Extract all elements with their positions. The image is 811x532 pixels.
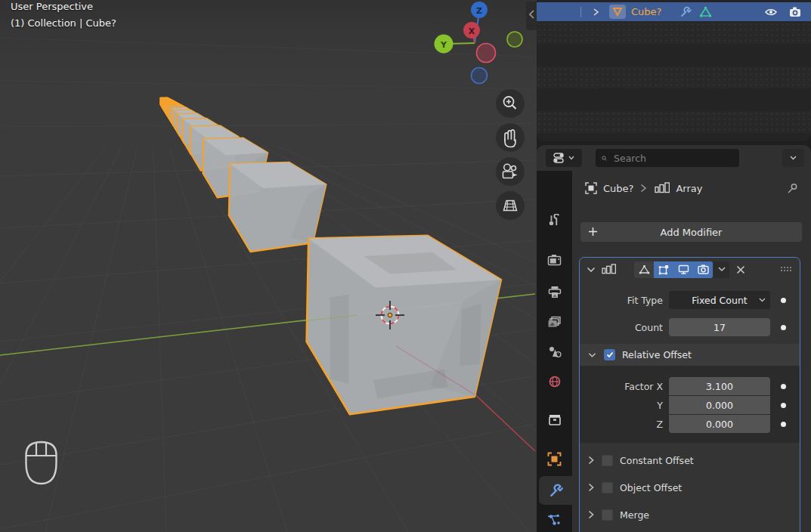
factor-x-row: Factor X 3.100 [580,377,800,395]
gizmo-y-label: Y [440,40,447,50]
tab-scene[interactable] [537,337,571,366]
zoom-button[interactable] [496,89,525,118]
mesh-data-icon[interactable] [609,5,626,19]
keyframe-dot[interactable] [781,403,786,408]
add-modifier-button[interactable]: Add Modifier [580,222,802,242]
merge-label: Merge [620,509,649,521]
hide-eye-icon[interactable] [764,7,778,17]
keyframe-dot[interactable] [781,422,786,427]
search-icon [602,153,607,163]
keyframe-dot[interactable] [781,325,786,330]
outliner-selected-row[interactable]: Cube? [537,2,811,21]
render-visibility-camera-icon[interactable] [788,6,802,17]
fit-type-dropdown[interactable]: Fixed Count [669,291,770,309]
editor-type-button[interactable] [546,149,582,167]
factor-z-field[interactable]: 0.000 [669,415,770,433]
properties-tab-strip [537,171,572,532]
factor-y-label: Y [586,400,663,411]
array-modifier-panel: Fit Type Fixed Count Count 17 [579,257,800,532]
subpanel-expand-chevron-icon[interactable] [588,352,596,358]
tab-particles[interactable] [537,506,571,532]
tab-modifiers[interactable] [539,476,572,505]
collapsed-chevron-icon[interactable] [588,483,594,492]
count-field[interactable]: 17 [669,318,770,336]
viewport-projection-label: User Perspective [11,1,93,12]
count-label: Count [586,322,663,333]
gizmo-neg-x[interactable] [477,44,496,63]
object-offset-checkbox[interactable] [602,482,613,493]
tab-collection[interactable] [537,405,571,434]
tab-view-layer[interactable] [537,308,571,336]
toggle-edit-mode-display[interactable] [634,261,654,278]
constant-offset-checkbox[interactable] [602,455,613,466]
3d-viewport[interactable]: ZXY [0,0,537,532]
pan-button[interactable] [496,123,525,152]
panel-expand-chevron-icon[interactable] [587,267,596,273]
grid-ortho-button[interactable] [496,191,525,220]
pin-icon[interactable] [787,183,798,194]
tab-tool[interactable] [537,206,571,235]
outliner-separator [580,7,581,17]
outliner-row[interactable] [537,22,811,44]
factor-z-label: Z [586,419,663,430]
properties-editor: Cube? Array Add Modifier [537,145,811,532]
constant-offset-label: Constant Offset [620,455,694,466]
array-modifier-icon [655,182,670,194]
outliner-row[interactable] [537,111,811,133]
keyframe-dot[interactable] [781,298,786,303]
properties-editor-icon [553,153,566,163]
modifier-panel-header [580,258,800,281]
viewport-collection-label: (1) Collection | Cube? [11,17,116,29]
object-icon [585,182,597,194]
breadcrumb: Cube? Array [572,178,811,198]
object-offset-row[interactable]: Object Offset [580,477,800,498]
close-modifier-icon[interactable] [736,265,745,274]
relative-offset-body: Factor X 3.100 Y 0.000 Z 0.000 [580,366,800,443]
relative-offset-header[interactable]: Relative Offset [580,344,800,366]
relative-offset-label: Relative Offset [622,349,692,360]
drag-handle-icon[interactable] [781,267,793,273]
fit-type-row: Fit Type Fixed Count [580,291,800,309]
count-row: Count 17 [580,318,800,336]
properties-main: Cube? Array Add Modifier [572,171,811,532]
outliner-panel: Cube? [537,0,811,141]
properties-search-box[interactable] [596,149,739,167]
modifier-extras-dropdown[interactable] [713,261,729,278]
properties-menu-button[interactable] [782,149,804,167]
breadcrumb-object-name[interactable]: Cube? [603,183,633,194]
search-input[interactable] [612,152,733,165]
breadcrumb-chevron-icon [639,184,647,193]
expand-chevron-icon[interactable] [591,8,600,17]
tab-object[interactable] [537,444,571,473]
relative-offset-checkbox[interactable] [604,349,615,360]
chevron-down-icon [568,156,574,160]
tab-output[interactable] [537,277,571,306]
gizmo-z-label: Z [476,6,482,16]
outliner-row[interactable] [537,66,811,88]
toggle-render-display[interactable] [693,261,713,278]
gizmo-neg-y[interactable] [507,32,522,47]
add-modifier-label: Add Modifier [661,227,723,238]
breadcrumb-modifier-name[interactable]: Array [676,183,702,194]
collapsed-chevron-icon[interactable] [588,510,594,519]
toggle-on-cage[interactable] [654,261,673,278]
factor-z-row: Z 0.000 [580,415,800,433]
camera-view-button[interactable] [496,157,525,186]
factor-x-field[interactable]: 3.100 [669,377,770,395]
tab-render[interactable] [537,246,571,274]
modifier-wrench-icon [679,6,692,18]
merge-checkbox[interactable] [602,509,613,521]
gizmo-x-label: X [469,26,475,36]
factor-x-label: Factor X [586,381,663,392]
toggle-viewport-display[interactable] [673,261,693,278]
gizmo-neg-z[interactable] [472,68,488,84]
constant-offset-row[interactable]: Constant Offset [580,450,800,471]
region-collapse-handle[interactable] [526,2,537,30]
factor-y-field[interactable]: 0.000 [669,396,770,414]
blender-window: ZXY User Perspective (1) Collection | Cu… [0,0,811,532]
keyframe-dot[interactable] [781,384,786,389]
tab-world[interactable] [537,367,571,396]
merge-row[interactable]: Merge [580,504,800,525]
collapsed-chevron-icon[interactable] [588,456,594,465]
outliner-object-name[interactable]: Cube? [631,6,661,17]
